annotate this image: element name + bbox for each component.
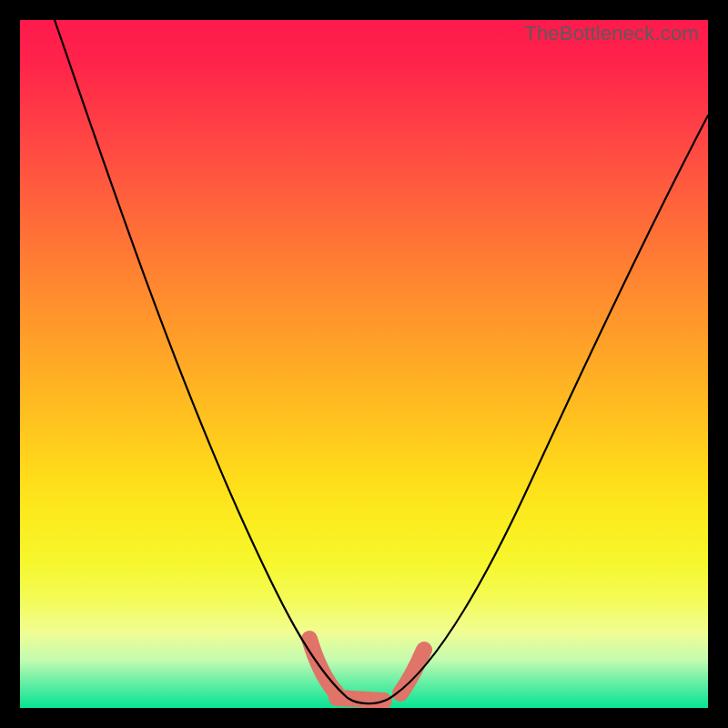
bottleneck-curve — [55, 20, 708, 703]
curve-layer — [20, 20, 708, 708]
trough-highlight-bottom — [337, 698, 384, 701]
plot-area: TheBottleneck.com — [20, 20, 708, 708]
chart-frame: TheBottleneck.com — [0, 0, 728, 728]
trough-highlight-left — [309, 639, 337, 693]
